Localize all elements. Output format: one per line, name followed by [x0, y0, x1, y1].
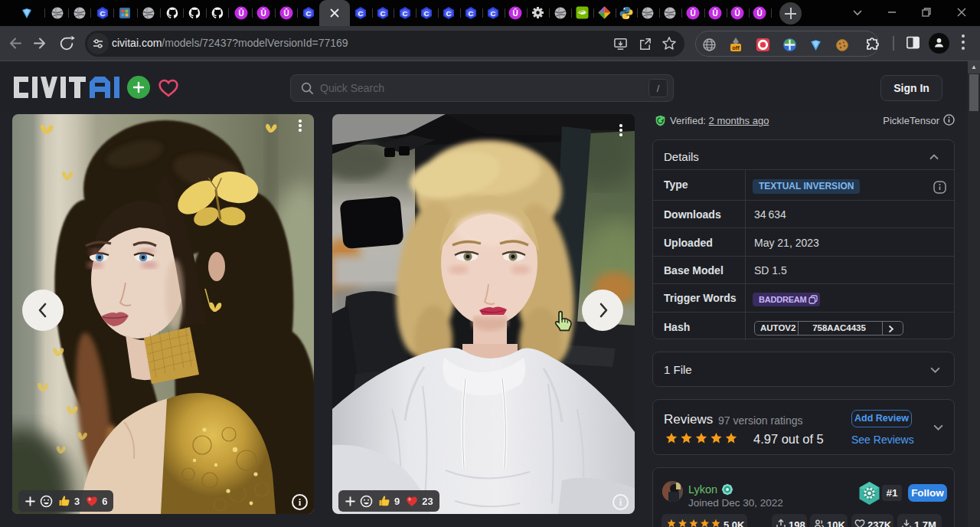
svg-text:Û: Û — [734, 8, 740, 18]
svg-text:Û: Û — [690, 8, 695, 18]
svg-text:Û: Û — [756, 8, 762, 18]
svg-text:C: C — [381, 9, 386, 18]
svg-text:C: C — [424, 9, 430, 18]
svg-text:C: C — [446, 9, 452, 18]
svg-text:Û: Û — [238, 8, 243, 18]
svg-text:Û: Û — [283, 8, 289, 18]
svg-text:C: C — [100, 9, 106, 18]
svg-text:Û: Û — [512, 8, 518, 18]
svg-text:Û: Û — [712, 8, 717, 18]
svg-text:C: C — [306, 9, 312, 18]
svg-text:Û: Û — [260, 8, 266, 18]
svg-text:C: C — [469, 9, 474, 18]
svg-text:C: C — [358, 9, 364, 18]
svg-text:C: C — [403, 9, 408, 18]
svg-text:C: C — [491, 9, 496, 18]
svg-text:off: off — [732, 44, 740, 51]
